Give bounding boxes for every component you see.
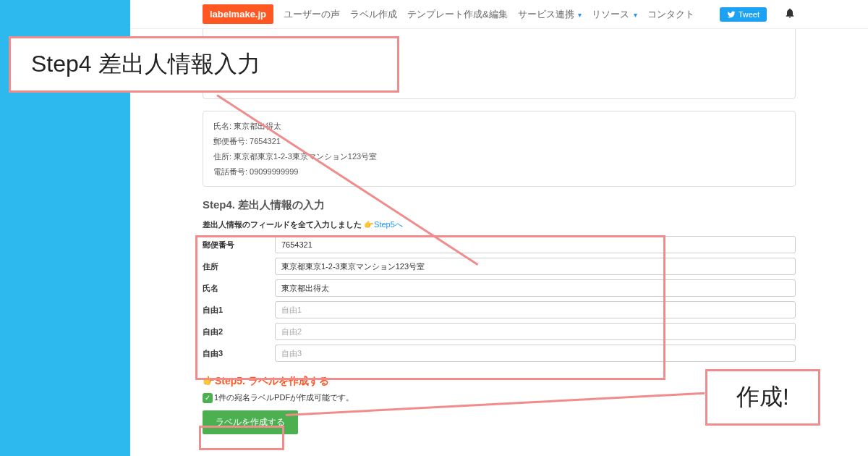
label-postal: 郵便番号 <box>203 240 275 250</box>
input-address[interactable] <box>275 258 796 275</box>
twitter-icon <box>727 10 736 19</box>
create-label-button[interactable]: ラベルを作成する <box>203 410 298 434</box>
label-address: 住所 <box>203 261 275 272</box>
annotation-step4: Step4 差出人情報入力 <box>9 36 399 93</box>
check-icon: ✓ <box>203 393 213 403</box>
nav-service-link[interactable]: サービス連携 ▾ <box>518 8 582 21</box>
chevron-down-icon: ▾ <box>578 11 582 19</box>
annotation-create: 作成! <box>705 369 820 426</box>
nav-contact[interactable]: コンタクト <box>647 8 694 21</box>
label-free2: 自由2 <box>203 326 275 337</box>
input-free2[interactable] <box>275 323 796 340</box>
input-free1[interactable] <box>275 301 796 318</box>
navbar: labelmake.jp ユーザーの声 ラベル作成 テンプレート作成&編集 サー… <box>130 0 868 29</box>
input-postal[interactable] <box>275 236 796 253</box>
chevron-down-icon: ▾ <box>634 11 637 19</box>
sender-name-row: 氏名: 東京都出得太 <box>213 119 785 134</box>
logo[interactable]: labelmake.jp <box>203 4 273 24</box>
input-name[interactable] <box>275 279 796 297</box>
sender-form: 郵便番号 住所 氏名 自由1 自由2 自由3 <box>203 236 796 362</box>
nav-user-voice[interactable]: ユーザーの声 <box>284 8 340 21</box>
sender-phone-row: 電話番号: 09099999999 <box>213 164 785 180</box>
input-free3[interactable] <box>275 345 796 362</box>
label-free3: 自由3 <box>203 348 275 359</box>
nav-label-create[interactable]: ラベル作成 <box>350 8 397 21</box>
bell-icon[interactable] <box>784 7 796 22</box>
sender-preview-card: 氏名: 東京都出得太 郵便番号: 7654321 住所: 東京都東京1-2-3東… <box>203 111 796 187</box>
tweet-button[interactable]: Tweet <box>720 7 767 22</box>
label-free1: 自由1 <box>203 305 275 316</box>
label-name: 氏名 <box>203 283 275 294</box>
step5-jump-link[interactable]: 👉Step5へ <box>364 220 403 229</box>
step4-title: Step4. 差出人情報の入力 <box>203 198 796 212</box>
sender-address-row: 住所: 東京都東京1-2-3東京マンション123号室 <box>213 149 785 164</box>
nav-resource[interactable]: リソース ▾ <box>592 8 637 21</box>
nav-template-create[interactable]: テンプレート作成&編集 <box>407 8 508 21</box>
step4-sublabel: 差出人情報のフィールドを全て入力しました 👉Step5へ <box>203 219 796 230</box>
